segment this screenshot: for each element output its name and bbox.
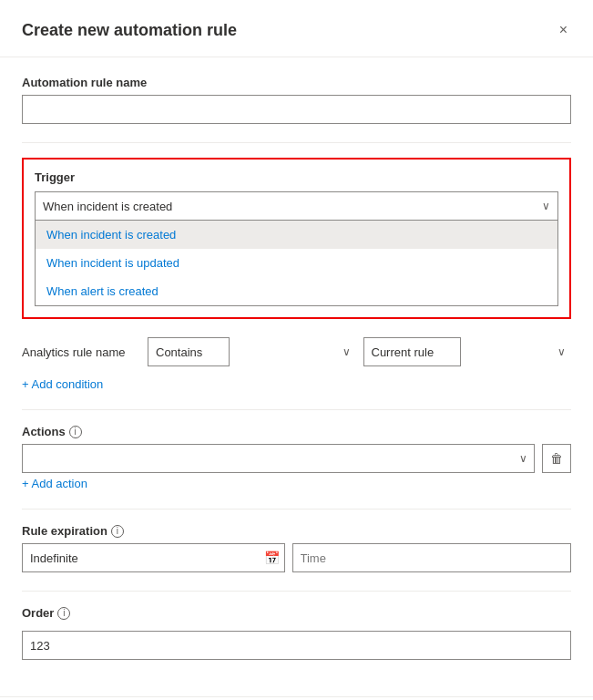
trigger-dropdown-options: When incident is created When incident i…: [35, 221, 558, 306]
divider-1: [22, 142, 571, 143]
modal-header: Create new automation rule ×: [0, 0, 593, 57]
trigger-label: Trigger: [35, 170, 558, 184]
trigger-selected-value: When incident is created: [43, 200, 172, 213]
close-button[interactable]: ×: [556, 18, 571, 42]
actions-select[interactable]: [22, 444, 535, 473]
calendar-icon: 📅: [264, 551, 280, 565]
trigger-section: Trigger When incident is created ∨ When …: [22, 158, 571, 319]
trigger-option-1[interactable]: When incident is created: [36, 221, 557, 249]
actions-row: ∨ 🗑: [22, 444, 571, 473]
order-input[interactable]: 123: [22, 631, 571, 660]
actions-label-row: Actions i: [22, 425, 571, 438]
calendar-icon-button[interactable]: 📅: [264, 551, 280, 565]
actions-info-icon: i: [69, 426, 82, 438]
modal-title: Create new automation rule: [22, 21, 237, 40]
trash-icon: 🗑: [550, 451, 563, 466]
actions-label: Actions: [22, 425, 66, 438]
modal-body: Automation rule name Trigger When incide…: [0, 57, 593, 696]
rule-expiration-label-row: Rule expiration i: [22, 524, 571, 538]
condition-field-label: Analytics rule name: [22, 345, 140, 359]
order-label: Order: [22, 606, 54, 620]
automation-rule-name-input[interactable]: [22, 95, 571, 124]
trigger-chevron-icon: ∨: [542, 200, 550, 212]
trigger-dropdown-selected[interactable]: When incident is created ∨: [35, 191, 558, 221]
condition-operator-wrap: Contains ∨: [148, 337, 356, 366]
condition-value-wrap: Current rule ∨: [363, 337, 572, 366]
condition-value-select[interactable]: Current rule: [363, 337, 461, 366]
rule-expiration-label: Rule expiration: [22, 524, 107, 538]
rule-expiration-info-icon: i: [111, 525, 124, 538]
condition-operator-select[interactable]: Contains: [148, 337, 230, 366]
expiration-input[interactable]: Indefinite: [22, 543, 285, 572]
order-section: Order i 123: [22, 606, 571, 660]
add-action-button[interactable]: + Add action: [22, 477, 87, 490]
create-automation-rule-modal: Create new automation rule × Automation …: [0, 0, 593, 700]
conditions-section: Analytics rule name Contains ∨ Current r…: [22, 337, 571, 391]
condition-value-chevron: ∨: [557, 345, 566, 358]
expiration-row: Indefinite 📅: [22, 543, 571, 572]
time-input[interactable]: [292, 543, 572, 572]
modal-footer: Apply Cancel: [0, 696, 593, 700]
actions-section: Actions i ∨ 🗑 + Add action: [22, 425, 571, 490]
add-condition-button[interactable]: + Add condition: [22, 377, 103, 391]
actions-delete-button[interactable]: 🗑: [542, 444, 571, 473]
order-label-row: Order i: [22, 606, 571, 620]
rule-expiration-section: Rule expiration i Indefinite 📅: [22, 524, 571, 572]
divider-3: [22, 509, 571, 510]
divider-2: [22, 409, 571, 410]
trigger-option-2[interactable]: When incident is updated: [36, 249, 557, 277]
actions-dropdown-wrap: ∨: [22, 444, 535, 473]
condition-row-1: Analytics rule name Contains ∨ Current r…: [22, 337, 571, 366]
automation-rule-name-section: Automation rule name: [22, 76, 571, 124]
divider-4: [22, 591, 571, 592]
expiration-input-wrap: Indefinite 📅: [22, 543, 285, 572]
automation-rule-name-label: Automation rule name: [22, 76, 571, 89]
trigger-option-3[interactable]: When alert is created: [36, 277, 557, 305]
trigger-dropdown-wrapper: When incident is created ∨ When incident…: [35, 191, 558, 306]
condition-operator-chevron: ∨: [343, 345, 351, 358]
order-info-icon: i: [57, 607, 70, 620]
